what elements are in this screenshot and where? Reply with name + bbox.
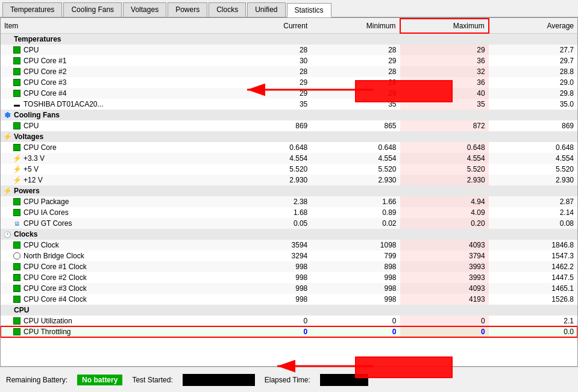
green-square-icon xyxy=(13,198,21,206)
table-row: CPU Throttling0000.0 xyxy=(1,326,577,337)
table-row: ▬TOSHIBA DT01ACA20...35353535.0 xyxy=(1,99,577,110)
col-minimum: Minimum xyxy=(311,19,400,33)
cell-minimum: 0.89 xyxy=(311,207,400,218)
cell-item: CPU xyxy=(1,120,222,131)
cell-minimum: 998 xyxy=(311,272,400,283)
cell-item: CPU Core #4 xyxy=(1,88,222,99)
cell-maximum: 40 xyxy=(400,88,489,99)
col-average: Average xyxy=(489,19,577,33)
cell-current: 28 xyxy=(222,45,311,55)
cell-item: CPU xyxy=(1,45,222,55)
no-icon xyxy=(3,306,11,314)
table-row: CPU Core #3 Clock99899840931465.1 xyxy=(1,283,577,294)
cell-current: 0 xyxy=(222,326,311,337)
cell-item: 🖥CPU GT Cores xyxy=(1,218,222,229)
tab-statistics[interactable]: Statistics xyxy=(287,3,331,17)
table-row: ⚡+3.3 V4.5544.5544.5544.554 xyxy=(1,153,577,164)
section-label: 🕐Clocks xyxy=(1,229,577,240)
table-row: CPU Core #1 Clock99889839931462.2 xyxy=(1,261,577,272)
cell-minimum: 0 xyxy=(311,316,400,326)
cell-item: CPU Package xyxy=(1,196,222,207)
table-row: CPU Package2.381.664.942.87 xyxy=(1,196,577,207)
table-row: CPU xyxy=(1,305,577,316)
no-icon xyxy=(3,35,11,43)
table-body: TemperaturesCPU28282927.7CPU Core #13029… xyxy=(1,33,577,337)
cell-minimum: 0 xyxy=(311,326,400,337)
green-square-icon xyxy=(13,317,21,325)
col-item: Item xyxy=(1,19,222,33)
cell-minimum: 29 xyxy=(311,55,400,66)
cell-average: 2.87 xyxy=(489,196,577,207)
col-current: Current xyxy=(222,19,311,33)
bottom-bar: Remaining Battery: No battery Test Start… xyxy=(0,367,578,392)
cell-current: 3594 xyxy=(222,240,311,250)
cell-maximum: 5.520 xyxy=(400,164,489,175)
cell-minimum: 0.02 xyxy=(311,218,400,229)
tab-unified[interactable]: Unified xyxy=(247,2,285,17)
cell-current: 0.648 xyxy=(222,142,311,153)
table-row: ⚡+12 V2.9302.9302.9302.930 xyxy=(1,175,577,185)
cell-item: CPU Throttling xyxy=(1,326,222,337)
tab-bar: TemperaturesCooling FansVoltagesPowersCl… xyxy=(0,0,578,17)
tab-temperatures[interactable]: Temperatures xyxy=(2,2,62,17)
lightning-icon: ⚡ xyxy=(13,154,21,163)
cell-maximum: 0.20 xyxy=(400,218,489,229)
cell-average: 27.7 xyxy=(489,45,577,55)
tab-voltages[interactable]: Voltages xyxy=(123,2,166,17)
cell-average: 29.0 xyxy=(489,77,577,88)
table-row: ⚡+5 V5.5205.5205.5205.520 xyxy=(1,164,577,175)
green-square-icon xyxy=(13,208,21,217)
cell-average: 29.8 xyxy=(489,88,577,99)
lightning-icon: ⚡ xyxy=(13,165,21,173)
table-row: ⚡Voltages xyxy=(1,131,577,142)
green-square-icon xyxy=(13,143,21,152)
table-container[interactable]: Item Current Minimum Maximum Average Tem… xyxy=(1,18,577,366)
table-row: 🕐Clocks xyxy=(1,229,577,240)
elapsed-label: Elapsed Time: xyxy=(265,376,310,384)
cell-average: 2.930 xyxy=(489,175,577,185)
tab-powers[interactable]: Powers xyxy=(168,2,207,17)
section-label: ❄Cooling Fans xyxy=(1,110,577,120)
green-square-icon xyxy=(13,284,21,293)
cell-average: 2.14 xyxy=(489,207,577,218)
clocks-section-icon: 🕐 xyxy=(3,230,11,238)
cell-current: 29 xyxy=(222,77,311,88)
main-content: Item Current Minimum Maximum Average Tem… xyxy=(0,17,578,367)
cell-current: 0 xyxy=(222,316,311,326)
cell-item: CPU Core xyxy=(1,142,222,153)
disk-icon: ▬ xyxy=(13,100,21,108)
cell-current: 0.05 xyxy=(222,218,311,229)
table-row: CPU Core #429294029.8 xyxy=(1,88,577,99)
cell-current: 998 xyxy=(222,294,311,305)
cell-minimum: 0.648 xyxy=(311,142,400,153)
cell-current: 5.520 xyxy=(222,164,311,175)
cell-minimum: 998 xyxy=(311,294,400,305)
cell-minimum: 35 xyxy=(311,99,400,110)
lightning-icon: ⚡ xyxy=(13,176,21,184)
test-started-value xyxy=(183,374,255,386)
table-row: CPU28282927.7 xyxy=(1,45,577,55)
cell-minimum: 28 xyxy=(311,45,400,55)
snowflake-icon: ❄ xyxy=(3,111,11,119)
cell-minimum: 865 xyxy=(311,120,400,131)
cell-item: CPU Clock xyxy=(1,240,222,250)
table-row: CPU Core0.6480.6480.6480.648 xyxy=(1,142,577,153)
app-container: TemperaturesCooling FansVoltagesPowersCl… xyxy=(0,0,578,392)
cell-average: 5.520 xyxy=(489,164,577,175)
cell-maximum: 4093 xyxy=(400,240,489,250)
cell-maximum: 29 xyxy=(400,45,489,55)
cell-maximum: 3993 xyxy=(400,261,489,272)
cell-maximum: 3794 xyxy=(400,250,489,261)
cell-current: 998 xyxy=(222,272,311,283)
cell-item: CPU Core #2 xyxy=(1,66,222,77)
table-row: Temperatures xyxy=(1,33,577,45)
table-row: CPU869865872869 xyxy=(1,120,577,131)
section-label: ⚡Powers xyxy=(1,185,577,196)
cell-average: 1465.1 xyxy=(489,283,577,294)
tab-cooling-fans[interactable]: Cooling Fans xyxy=(63,2,122,17)
test-started-label: Test Started: xyxy=(132,376,172,384)
green-square-icon xyxy=(13,46,21,54)
cell-item: CPU Core #2 Clock xyxy=(1,272,222,283)
tab-clocks[interactable]: Clocks xyxy=(209,2,246,17)
cell-current: 35 xyxy=(222,99,311,110)
